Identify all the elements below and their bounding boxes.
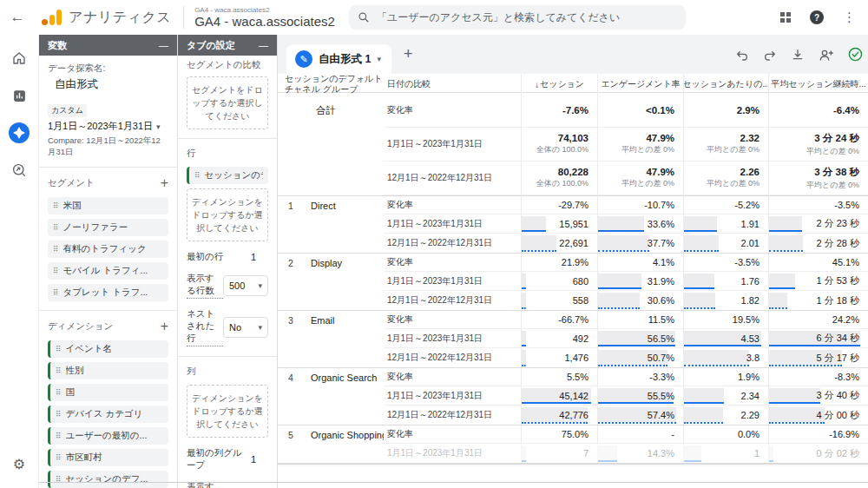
- segment-chip[interactable]: ⠿ノーリファラー: [48, 219, 168, 236]
- logo-bar-tall: [56, 10, 62, 25]
- show-rows-label: 表示する行数: [187, 273, 223, 299]
- more-vertical-icon[interactable]: ⋮: [843, 10, 856, 25]
- channel-name: [304, 348, 384, 367]
- change-value: 2.9%: [683, 93, 768, 128]
- dimension-chip[interactable]: ⠿市区町村: [48, 449, 168, 466]
- column-header-sessions[interactable]: ↓ セッション: [521, 74, 597, 95]
- nav-advertising[interactable]: [8, 159, 30, 181]
- table-row-group: 2Display変化率21.9%4.1%-3.5%45.1%1月1日～2023年…: [278, 254, 868, 311]
- row-dimension-chip[interactable]: ⠿セッションのデフ...: [187, 167, 268, 184]
- exploration-name-value[interactable]: 自由形式: [55, 77, 168, 92]
- add-tab-button[interactable]: +: [391, 45, 425, 63]
- minimize-icon[interactable]: —: [159, 40, 168, 50]
- metric-subtext: 平均との差 0%: [707, 144, 760, 155]
- metric-value: 14.3%: [648, 448, 674, 458]
- metric-value: 3 分 38 秒: [814, 166, 859, 179]
- table-row-group: 5Organic Shopping変化率75.0%-0.0%-16.9%1月1日…: [278, 425, 868, 464]
- metric-cell: 37.7%: [597, 234, 683, 253]
- dimension-chip[interactable]: ⠿性別: [48, 362, 168, 379]
- date-range-text: 1月1日～2023年1月31日: [48, 120, 153, 133]
- nav-home[interactable]: [8, 47, 30, 69]
- tab-free-form[interactable]: ✎ 自由形式 1 ▾: [286, 44, 391, 74]
- nav-explore-active[interactable]: [8, 122, 30, 144]
- show-rows-value: 500: [229, 280, 245, 291]
- column-header-sessions-per-user[interactable]: セッションあたりの...: [683, 74, 768, 95]
- dimension-chip[interactable]: ⠿デバイス カテゴリ: [48, 406, 168, 423]
- search-bar[interactable]: [349, 5, 686, 30]
- dimension-chip[interactable]: ⠿ユーザーの最初の...: [48, 427, 168, 445]
- home-icon: [11, 50, 27, 66]
- analytics-logo-icon[interactable]: [42, 10, 62, 25]
- column-header-engagement-rate[interactable]: エンゲージメント率: [597, 74, 683, 95]
- data-bar: [522, 274, 526, 289]
- add-dimension-button[interactable]: +: [161, 320, 168, 333]
- nav-reports[interactable]: [8, 84, 30, 107]
- drag-handle-icon: ⠿: [53, 267, 59, 275]
- first-row-value[interactable]: 1: [251, 252, 268, 262]
- redo-button[interactable]: [763, 48, 777, 62]
- segment-chip[interactable]: ⠿タブレット トラフ...: [48, 284, 168, 301]
- dimension-chip[interactable]: ⠿セッションのデフ...: [48, 471, 168, 488]
- share-button[interactable]: [819, 48, 834, 62]
- column-header-channel-group[interactable]: セッションのデフォルト チャネル グループ: [278, 74, 384, 95]
- download-button[interactable]: [791, 48, 805, 62]
- drag-handle-icon: ⠿: [56, 432, 62, 440]
- first-row-label: 最初の行: [187, 251, 223, 263]
- property-selector[interactable]: GA4 - waca.associates2 GA4 - waca.associ…: [183, 6, 335, 29]
- minimize-icon[interactable]: —: [259, 40, 268, 50]
- column-header-date-comparison[interactable]: 日付の比較: [384, 74, 521, 95]
- row-index: 3: [278, 311, 304, 329]
- segment-chip[interactable]: ⠿有料のトラフィック: [48, 241, 168, 258]
- row-index: [278, 234, 304, 253]
- segment-drop-zone[interactable]: セグメントをドロップするか選択してください: [187, 76, 268, 129]
- metric-cell: 7: [521, 444, 597, 463]
- first-column-group-value[interactable]: 1: [251, 454, 268, 465]
- search-input[interactable]: [377, 11, 677, 23]
- drag-handle-icon: ⠿: [194, 171, 201, 180]
- download-icon: [791, 48, 805, 62]
- show-rows-select[interactable]: 500 ▾: [223, 275, 268, 296]
- chip-label: 有料のトラフィック: [63, 243, 147, 255]
- metric-cell: 30.6%: [597, 291, 683, 310]
- metric-value: 1 分 53 秒: [816, 274, 859, 287]
- tab-settings-panel: タブの設定 — セグメントの比較 セグメントをドロップするか選択してください 行…: [178, 35, 278, 488]
- back-arrow-icon[interactable]: ←: [0, 9, 35, 26]
- date-range-selector[interactable]: 1月1日～2023年1月31日 ▾: [48, 120, 168, 133]
- row-index: [278, 406, 304, 425]
- column-dimension-drop-zone[interactable]: ディメンションをドロップするか選択してください: [187, 385, 268, 438]
- help-icon[interactable]: ?: [810, 10, 824, 24]
- exploration-canvas: ✎ 自由形式 1 ▾ +: [278, 35, 868, 488]
- metric-cell: 80,228全体の 100.0%: [521, 162, 597, 195]
- apps-grid-icon[interactable]: [780, 12, 791, 23]
- row-index: [278, 128, 304, 162]
- top-bar: ← アナリティクス GA4 - waca.associates2 GA4 - w…: [0, 0, 868, 35]
- advertising-icon: [11, 162, 27, 178]
- data-bar: [522, 445, 526, 462]
- metric-value: 47.9%: [646, 133, 674, 143]
- channel-name: [304, 329, 384, 348]
- metric-subtext: 平均との差 0%: [621, 144, 674, 155]
- toolbar-actions: [735, 47, 868, 62]
- redo-icon: [763, 48, 777, 62]
- chip-label: 国: [66, 386, 76, 399]
- clipped-row-container: 1月1日～2023年1月31日714.3%10 分 02 秒: [278, 444, 868, 463]
- period-label: 12月1日～2022年12月31日: [384, 162, 521, 195]
- status-ok-button[interactable]: [848, 47, 863, 62]
- segment-chip[interactable]: ⠿モバイル トラフィ...: [48, 262, 168, 280]
- add-segment-button[interactable]: +: [161, 176, 168, 190]
- topbar-actions: ? ⋮: [780, 10, 868, 25]
- settings-gear-icon[interactable]: ⚙: [13, 456, 25, 472]
- chip-label: ノーリファラー: [63, 221, 128, 234]
- nested-rows-select[interactable]: No ▾: [223, 317, 268, 338]
- metric-cell: 0 分 02 秒: [768, 444, 868, 463]
- metric-cell: 680: [521, 272, 597, 291]
- dimension-chip[interactable]: ⠿国: [48, 384, 168, 401]
- nested-rows-label: ネストされた行: [187, 308, 223, 346]
- segment-chip[interactable]: ⠿米国: [48, 197, 168, 214]
- dimension-chip[interactable]: ⠿イベント名: [48, 340, 168, 358]
- column-header-avg-session-duration[interactable]: 平均セッション継続時...: [768, 74, 868, 95]
- row-dimension-drop-zone[interactable]: ディメンションをドロップするか選択してください: [187, 188, 268, 241]
- undo-button[interactable]: [735, 48, 749, 62]
- channel-name: [304, 291, 384, 310]
- drag-handle-icon: ⠿: [56, 388, 62, 397]
